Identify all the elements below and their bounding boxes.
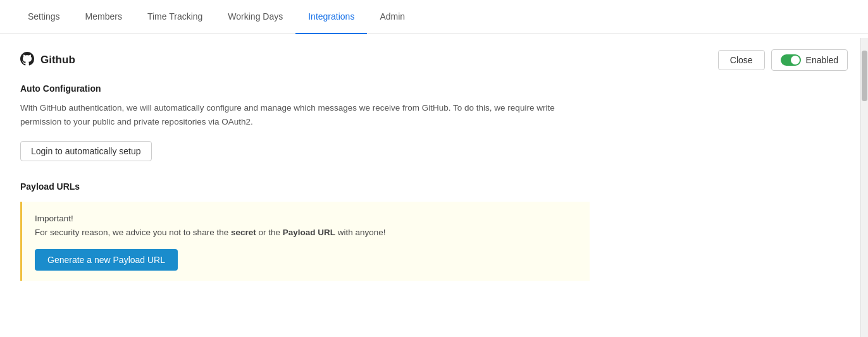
auto-config-section: Auto Configuration With GitHub authentic… — [20, 83, 848, 181]
scrollbar-thumb — [862, 51, 867, 101]
warning-secret-text: secret — [231, 228, 256, 237]
content-area: Github Close Enabled Auto Configuration … — [0, 34, 868, 337]
warning-box: Important! For security reason, we advic… — [20, 202, 590, 281]
enabled-toggle[interactable]: Enabled — [771, 49, 848, 71]
warning-message: Important! For security reason, we advic… — [35, 212, 577, 239]
header-actions: Close Enabled — [718, 49, 848, 71]
warning-payload-text: Payload URL — [283, 228, 335, 237]
page-scrollbar[interactable] — [860, 38, 868, 337]
login-button[interactable]: Login to automatically setup — [20, 141, 152, 161]
integration-title: Github — [20, 52, 75, 69]
close-button[interactable]: Close — [718, 50, 765, 70]
auto-config-description: With GitHub authentication, we will auto… — [20, 101, 590, 128]
warning-important: Important! — [35, 214, 73, 223]
payload-urls-section: Payload URLs Important! For security rea… — [20, 181, 848, 281]
page-container: Settings Members Time Tracking Working D… — [0, 0, 868, 337]
warning-middle-text: or the — [256, 228, 283, 237]
tab-working-days[interactable]: Working Days — [215, 0, 295, 34]
tab-time-tracking[interactable]: Time Tracking — [135, 0, 215, 34]
integration-header: Github Close Enabled — [20, 49, 848, 71]
warning-text-start: For security reason, we advice you not t… — [35, 228, 231, 237]
generate-payload-button[interactable]: Generate a new Payload URL — [35, 249, 178, 271]
enabled-label: Enabled — [806, 55, 838, 65]
tab-settings[interactable]: Settings — [15, 0, 73, 34]
tab-admin[interactable]: Admin — [367, 0, 418, 34]
toggle-icon — [781, 54, 801, 66]
warning-end-text: with anyone! — [335, 228, 386, 237]
tab-members[interactable]: Members — [73, 0, 135, 34]
tab-integrations[interactable]: Integrations — [295, 0, 367, 34]
payload-urls-title: Payload URLs — [20, 181, 848, 192]
github-icon — [20, 52, 34, 69]
tab-navigation: Settings Members Time Tracking Working D… — [0, 0, 868, 34]
auto-config-title: Auto Configuration — [20, 83, 848, 94]
github-title-text: Github — [40, 54, 75, 66]
